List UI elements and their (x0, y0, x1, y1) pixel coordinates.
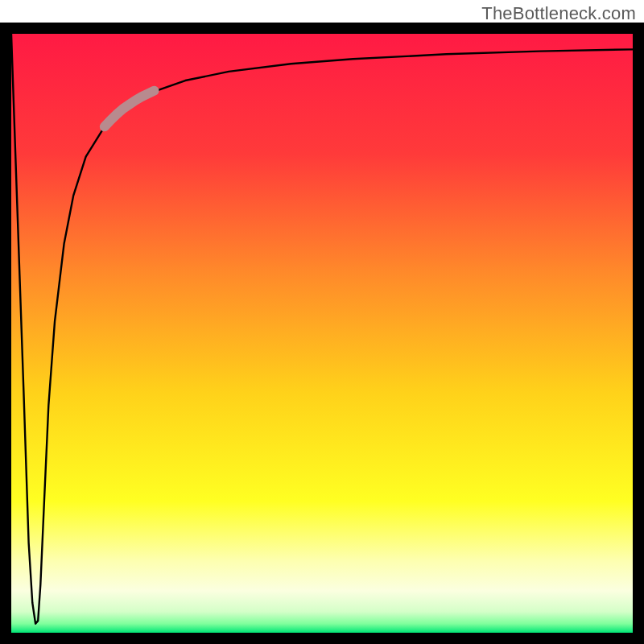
watermark-text: TheBottleneck.com (481, 3, 636, 24)
chart-container: TheBottleneck.com (0, 0, 644, 644)
bottleneck-chart (0, 23, 644, 644)
